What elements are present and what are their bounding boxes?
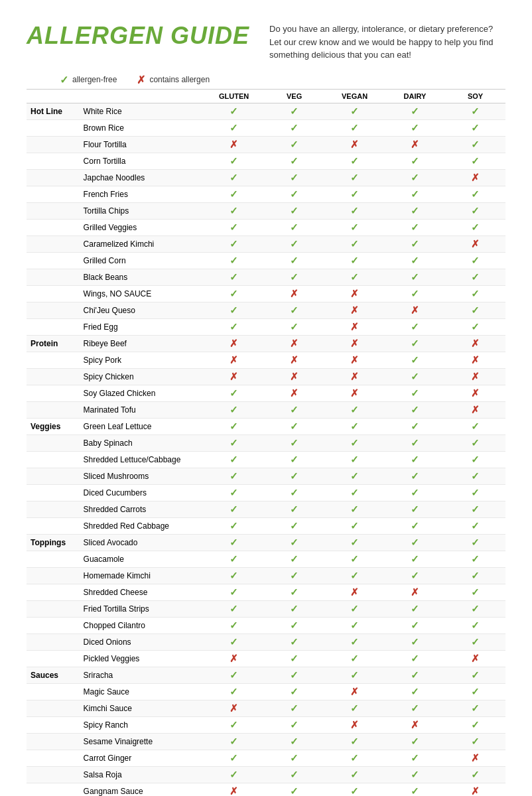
soy-cell: ✓	[445, 716, 505, 733]
vegan-cell: ✓	[324, 633, 385, 650]
soy-cell: ✓	[445, 683, 505, 700]
col-header-vegan: VEGAN	[324, 89, 385, 103]
veg-cell: ✗	[264, 285, 324, 302]
table-row: Gangnam Sauce✗✓✓✓✗	[27, 783, 505, 796]
gluten-cell: ✓	[204, 683, 264, 700]
table-row: Diced Cucumbers✓✓✓✓✓	[27, 484, 505, 501]
item-name-cell: Fried Egg	[80, 318, 204, 335]
soy-cell: ✓	[445, 434, 505, 451]
gluten-cell: ✓	[204, 219, 264, 235]
col-header-item	[80, 89, 204, 103]
gluten-cell: ✓	[204, 318, 264, 335]
item-name-cell: Spicy Chicken	[80, 368, 204, 385]
table-row: Brown Rice✓✓✓✓✓	[27, 119, 505, 136]
category-cell	[27, 567, 80, 584]
soy-cell: ✗	[445, 650, 505, 667]
vegan-cell: ✓	[324, 567, 385, 584]
category-cell	[27, 219, 80, 235]
category-cell	[27, 600, 80, 617]
table-row: ToppingsSliced Avocado✓✓✓✓✓	[27, 534, 505, 551]
gluten-cell: ✓	[204, 617, 264, 633]
vegan-cell: ✓	[324, 534, 385, 551]
item-name-cell: Grilled Corn	[80, 252, 204, 269]
vegan-cell: ✓	[324, 169, 385, 186]
vegan-cell: ✗	[324, 318, 385, 335]
item-name-cell: Brown Rice	[80, 119, 204, 136]
item-name-cell: Flour Tortilla	[80, 136, 204, 153]
veg-cell: ✓	[264, 733, 324, 750]
item-name-cell: Shredded Lettuce/Cabbage	[80, 451, 204, 468]
vegan-cell: ✓	[324, 202, 385, 219]
soy-cell: ✓	[445, 484, 505, 501]
soy-cell: ✓	[445, 186, 505, 202]
category-cell	[27, 783, 80, 796]
gluten-cell: ✓	[204, 716, 264, 733]
item-name-cell: Guacamole	[80, 551, 204, 567]
category-cell	[27, 235, 80, 252]
item-name-cell: Tortilla Chips	[80, 202, 204, 219]
header: ALLERGEN GUIDE Do you have an allergy, i…	[27, 20, 505, 62]
item-name-cell: Ribeye Beef	[80, 335, 204, 352]
veg-cell: ✓	[264, 136, 324, 153]
table-row: Shredded Carrots✓✓✓✓✓	[27, 501, 505, 517]
dairy-cell: ✓	[385, 600, 445, 617]
soy-cell: ✗	[445, 368, 505, 385]
vegan-cell: ✗	[324, 335, 385, 352]
table-row: ProteinRibeye Beef✗✗✗✓✗	[27, 335, 505, 352]
page: ALLERGEN GUIDE Do you have an allergy, i…	[0, 0, 532, 796]
item-name-cell: Corn Tortilla	[80, 153, 204, 169]
gluten-cell: ✓	[204, 235, 264, 252]
dairy-cell: ✗	[385, 584, 445, 600]
vegan-cell: ✗	[324, 368, 385, 385]
gluten-cell: ✓	[204, 401, 264, 418]
legend: ✓ allergen-free ✗ contains allergen	[27, 74, 505, 86]
vegan-cell: ✓	[324, 219, 385, 235]
gluten-cell: ✓	[204, 153, 264, 169]
header-description: Do you have an allergy, intolerance, or …	[269, 20, 505, 62]
category-cell	[27, 683, 80, 700]
vegan-cell: ✓	[324, 551, 385, 567]
table-row: Fried Tortilla Strips✓✓✓✓✓	[27, 600, 505, 617]
item-name-cell: Green Leaf Lettuce	[80, 418, 204, 434]
veg-cell: ✓	[264, 484, 324, 501]
item-name-cell: Wings, NO SAUCE	[80, 285, 204, 302]
table-row: Black Beans✓✓✓✓✓	[27, 269, 505, 285]
vegan-cell: ✓	[324, 783, 385, 796]
veg-cell: ✓	[264, 119, 324, 136]
gluten-cell: ✗	[204, 136, 264, 153]
dairy-cell: ✓	[385, 683, 445, 700]
category-cell	[27, 269, 80, 285]
soy-cell: ✓	[445, 318, 505, 335]
dairy-cell: ✓	[385, 766, 445, 783]
soy-cell: ✓	[445, 269, 505, 285]
item-name-cell: Fried Tortilla Strips	[80, 600, 204, 617]
soy-cell: ✗	[445, 169, 505, 186]
category-cell	[27, 119, 80, 136]
veg-cell: ✓	[264, 401, 324, 418]
vegan-cell: ✓	[324, 750, 385, 766]
soy-cell: ✓	[445, 567, 505, 584]
veg-cell: ✓	[264, 534, 324, 551]
veg-cell: ✓	[264, 750, 324, 766]
dairy-cell: ✓	[385, 501, 445, 517]
veg-cell: ✓	[264, 302, 324, 318]
table-row: Corn Tortilla✓✓✓✓✓	[27, 153, 505, 169]
item-name-cell: White Rice	[80, 103, 204, 119]
gluten-cell: ✓	[204, 119, 264, 136]
category-cell	[27, 285, 80, 302]
soy-cell: ✓	[445, 617, 505, 633]
gluten-cell: ✓	[204, 584, 264, 600]
veg-cell: ✓	[264, 169, 324, 186]
category-cell	[27, 716, 80, 733]
dairy-cell: ✓	[385, 202, 445, 219]
dairy-cell: ✓	[385, 186, 445, 202]
dairy-cell: ✓	[385, 750, 445, 766]
gluten-cell: ✓	[204, 169, 264, 186]
dairy-cell: ✓	[385, 617, 445, 633]
vegan-cell: ✓	[324, 484, 385, 501]
soy-cell: ✓	[445, 517, 505, 534]
veg-cell: ✓	[264, 650, 324, 667]
vegan-cell: ✗	[324, 385, 385, 401]
soy-cell: ✗	[445, 401, 505, 418]
soy-cell: ✓	[445, 733, 505, 750]
